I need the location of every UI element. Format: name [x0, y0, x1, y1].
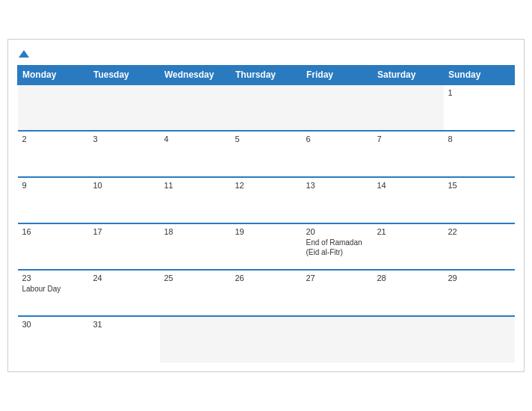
day-number: 21	[377, 227, 439, 236]
day-cell	[373, 84, 444, 131]
day-cell: 26	[231, 270, 302, 316]
week-row-3: 1617181920End of Ramadan (Eid al-Fitr)21…	[18, 223, 515, 270]
weekday-saturday: Saturday	[373, 65, 444, 84]
day-cell: 9	[18, 177, 89, 223]
day-cell	[444, 316, 515, 362]
week-row-2: 9101112131415	[18, 177, 515, 223]
logo-text	[17, 47, 29, 59]
day-number: 29	[448, 274, 510, 282]
calendar-table: MondayTuesdayWednesdayThursdayFridaySatu…	[17, 65, 515, 362]
weekday-thursday: Thursday	[231, 65, 302, 84]
day-cell	[160, 316, 231, 362]
day-cell: 21	[373, 223, 444, 270]
day-number: 1	[448, 88, 510, 97]
day-number: 26	[235, 274, 297, 282]
day-cell	[231, 84, 302, 131]
day-cell: 31	[89, 316, 160, 362]
day-number: 13	[306, 181, 368, 190]
day-number: 14	[377, 181, 439, 190]
event-label: Labour Day	[22, 285, 61, 293]
day-number: 17	[93, 227, 155, 236]
day-number: 22	[448, 227, 510, 236]
day-cell: 19	[231, 223, 302, 270]
day-cell	[18, 84, 89, 131]
day-cell: 22	[444, 223, 515, 270]
day-number: 28	[377, 274, 439, 282]
day-cell: 27	[302, 270, 373, 316]
weekday-sunday: Sunday	[444, 65, 515, 84]
day-number: 4	[164, 135, 226, 143]
week-row-1: 2345678	[18, 131, 515, 177]
logo-triangle-icon	[19, 50, 29, 58]
day-number: 20	[306, 227, 368, 236]
day-cell	[373, 316, 444, 362]
header	[17, 47, 515, 59]
day-cell	[302, 316, 373, 362]
day-cell	[302, 84, 373, 131]
day-cell: 14	[373, 177, 444, 223]
day-number: 6	[306, 135, 368, 143]
day-cell: 10	[89, 177, 160, 223]
day-number: 3	[93, 135, 155, 143]
day-cell: 6	[302, 131, 373, 177]
day-cell: 2	[18, 131, 89, 177]
day-number: 11	[164, 181, 226, 190]
weekday-wednesday: Wednesday	[160, 65, 231, 84]
day-number: 27	[306, 274, 368, 282]
day-number: 9	[22, 181, 84, 190]
day-cell: 18	[160, 223, 231, 270]
day-cell: 1	[444, 84, 515, 131]
day-cell: 4	[160, 131, 231, 177]
day-cell: 3	[89, 131, 160, 177]
day-number: 25	[164, 274, 226, 282]
day-number: 15	[448, 181, 510, 190]
weekday-friday: Friday	[302, 65, 373, 84]
day-cell: 11	[160, 177, 231, 223]
day-cell: 30	[18, 316, 89, 362]
day-number: 19	[235, 227, 297, 236]
day-number: 10	[93, 181, 155, 190]
event-label: End of Ramadan (Eid al-Fitr)	[306, 238, 362, 256]
day-cell: 5	[231, 131, 302, 177]
day-cell: 25	[160, 270, 231, 316]
day-cell: 13	[302, 177, 373, 223]
day-number: 8	[448, 135, 510, 143]
day-number: 16	[22, 227, 84, 236]
day-number: 5	[235, 135, 297, 143]
day-number: 2	[22, 135, 84, 143]
day-number: 12	[235, 181, 297, 190]
day-number: 18	[164, 227, 226, 236]
logo	[17, 47, 29, 59]
day-cell: 7	[373, 131, 444, 177]
weekday-tuesday: Tuesday	[89, 65, 160, 84]
weekday-header-row: MondayTuesdayWednesdayThursdayFridaySatu…	[18, 65, 515, 84]
day-cell: 20End of Ramadan (Eid al-Fitr)	[302, 223, 373, 270]
day-cell: 15	[444, 177, 515, 223]
week-row-0: 1	[18, 84, 515, 131]
day-cell: 24	[89, 270, 160, 316]
day-cell: 12	[231, 177, 302, 223]
weekday-monday: Monday	[18, 65, 89, 84]
day-number: 7	[377, 135, 439, 143]
day-number: 24	[93, 274, 155, 282]
calendar-container: MondayTuesdayWednesdayThursdayFridaySatu…	[7, 39, 525, 372]
day-cell: 23Labour Day	[18, 270, 89, 316]
day-cell: 29	[444, 270, 515, 316]
day-cell: 28	[373, 270, 444, 316]
day-number: 23	[22, 274, 84, 282]
day-cell: 16	[18, 223, 89, 270]
day-cell	[231, 316, 302, 362]
week-row-4: 23Labour Day242526272829	[18, 270, 515, 316]
day-cell: 17	[89, 223, 160, 270]
day-number: 31	[93, 320, 155, 329]
day-cell	[160, 84, 231, 131]
day-number: 30	[22, 320, 84, 329]
week-row-5: 3031	[18, 316, 515, 362]
day-cell	[89, 84, 160, 131]
day-cell: 8	[444, 131, 515, 177]
